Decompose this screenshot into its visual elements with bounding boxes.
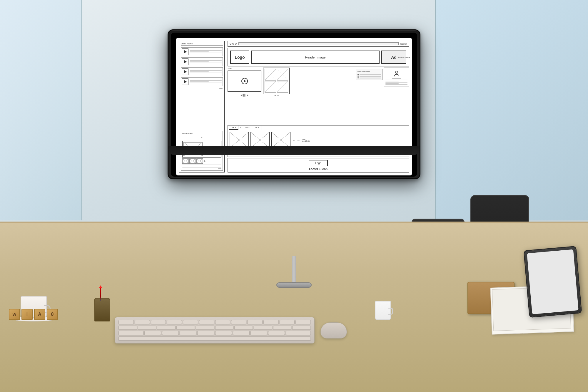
key[interactable]	[183, 320, 198, 324]
tab-1[interactable]: Tab 1	[229, 125, 238, 130]
video-line-3c	[190, 73, 222, 73]
browser-dots	[230, 43, 237, 45]
video-playlist-title: Video Playlist	[181, 43, 223, 46]
video-item-4	[181, 77, 223, 86]
play-triangle-1	[184, 50, 187, 53]
tab-3[interactable]: Tab 3	[252, 125, 262, 130]
key[interactable]	[273, 326, 292, 330]
align-label: Align	[182, 167, 221, 169]
small-box-2	[189, 158, 196, 164]
svg-point-0	[395, 71, 398, 73]
text-line-1	[182, 165, 221, 165]
notification-items	[358, 74, 381, 78]
address-bar[interactable]	[238, 42, 399, 45]
monitor-chin	[168, 146, 420, 155]
key[interactable]	[215, 331, 232, 335]
video-item-3	[181, 67, 223, 76]
key[interactable]	[151, 320, 166, 324]
monitor-bezel: Video Playlist	[171, 33, 417, 177]
logo-box: Logo	[230, 51, 249, 64]
video-line-2c	[190, 63, 222, 63]
video-line-4b	[190, 81, 209, 82]
grid-img-1	[265, 69, 276, 81]
window-right	[435, 0, 588, 220]
key[interactable]	[263, 320, 279, 324]
block-w: w	[9, 309, 20, 320]
key[interactable]	[247, 320, 263, 324]
mouse[interactable]	[320, 322, 347, 339]
upload-arrow-icon: ↑	[182, 135, 221, 140]
x-line2	[183, 159, 188, 163]
pen-holder	[94, 298, 110, 321]
key[interactable]	[231, 320, 246, 324]
browser-dot-2	[232, 43, 234, 45]
key[interactable]	[196, 326, 214, 330]
key[interactable]	[144, 331, 161, 335]
key[interactable]	[167, 320, 182, 324]
notif-bullet-2	[358, 76, 359, 77]
x-line2b	[190, 159, 196, 163]
key[interactable]	[234, 326, 253, 330]
video-line-1c	[190, 53, 222, 53]
key[interactable]	[135, 320, 150, 324]
play-icon-1	[182, 48, 188, 55]
key[interactable]	[180, 331, 196, 335]
letter-blocks: w i A 0	[9, 309, 58, 320]
notif-item-2	[358, 76, 381, 77]
upload-title: Upload Photo	[182, 133, 221, 134]
tabs-bar: Tab 1 + Tab 2 Tab 3	[228, 125, 409, 130]
key-caps[interactable]	[118, 331, 143, 335]
key[interactable]	[138, 326, 156, 330]
grid-img-3	[265, 81, 276, 93]
key-spacebar[interactable]	[118, 336, 311, 341]
key[interactable]	[295, 320, 311, 324]
video-lines-4	[190, 80, 222, 83]
text-line-2	[182, 166, 206, 166]
key[interactable]	[118, 320, 134, 324]
slide-label: Slide	[181, 88, 223, 90]
person-icon	[392, 69, 401, 78]
key[interactable]	[254, 326, 272, 330]
video-section-label: Video	[228, 68, 261, 69]
keyboard-row-4	[118, 336, 311, 341]
key[interactable]	[199, 320, 214, 324]
key[interactable]	[268, 331, 285, 335]
key[interactable]	[162, 331, 179, 335]
player-circle	[241, 78, 248, 84]
notif-line-2	[360, 76, 381, 77]
wireframe-header: Logo Header Image Ad Insert a Picture	[228, 48, 409, 66]
key[interactable]	[215, 326, 234, 330]
play-icon-4	[182, 78, 188, 85]
search-label: Search	[400, 43, 407, 45]
key[interactable]	[176, 326, 195, 330]
play-icon-2	[182, 58, 188, 65]
video-lines-1	[190, 50, 222, 53]
tab-add-button[interactable]: +	[238, 125, 243, 130]
video-player	[228, 71, 261, 92]
notif-line-3	[360, 78, 381, 78]
image-grid	[263, 68, 289, 94]
video-line-4c	[190, 83, 222, 83]
tab-navigation-arrows: ← →	[292, 138, 300, 142]
key[interactable]	[197, 331, 214, 335]
key[interactable]	[280, 320, 295, 324]
keyboard-row-1	[118, 320, 311, 324]
tab-image-2	[250, 132, 270, 148]
key-return[interactable]	[286, 331, 311, 335]
window-left	[0, 0, 82, 220]
key[interactable]	[233, 331, 250, 335]
key[interactable]	[250, 331, 267, 335]
notification-popup: Latest Notifications	[356, 69, 382, 80]
video-lines-2	[190, 60, 222, 63]
key[interactable]	[292, 326, 311, 330]
footer-text: Footer + Icon	[309, 167, 328, 171]
block-i: i	[21, 309, 33, 320]
monitor-frame: Video Playlist	[168, 29, 420, 179]
key[interactable]	[118, 326, 137, 330]
tab-2[interactable]: Tab 2	[243, 125, 252, 130]
key[interactable]	[157, 326, 176, 330]
keyboard[interactable]	[115, 317, 315, 344]
key[interactable]	[215, 320, 230, 324]
small-image-boxes: +	[182, 158, 221, 164]
footer-logo: Logo	[309, 160, 328, 166]
